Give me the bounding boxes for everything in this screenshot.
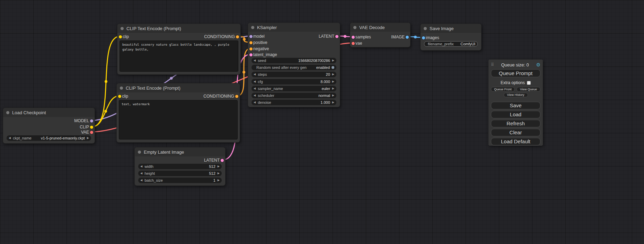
node-empty-latent-image[interactable]: Empty Latent Image LATENT ◀ width 512 ▶ … (134, 147, 226, 186)
widget-filename-prefix[interactable]: filename_prefix ComfyUI (424, 41, 478, 47)
collapse-dot-icon[interactable] (6, 111, 9, 114)
increment-arrow-icon[interactable]: ▶ (218, 178, 220, 183)
collapse-dot-icon[interactable] (138, 151, 141, 154)
decrement-arrow-icon[interactable]: ◀ (140, 164, 142, 169)
output-dot-latent[interactable] (221, 159, 224, 162)
drag-handle-icon[interactable]: ⠿ (491, 62, 494, 67)
node-clip-text-encode-negative[interactable]: CLIP Text Encode (Prompt) clip CONDITION… (116, 83, 240, 143)
main-menu-panel: ⠿ Queue size: 0 ⚙ Queue Prompt Extra opt… (488, 60, 543, 146)
increment-arrow-icon[interactable]: ▶ (332, 93, 334, 98)
node-save-image[interactable]: Save Image images filename_prefix ComfyU… (420, 24, 482, 51)
link-midpoint-dot (105, 80, 107, 83)
output-dot-model[interactable] (90, 119, 93, 123)
output-dot-conditioning[interactable] (236, 35, 239, 38)
collapse-dot-icon[interactable] (121, 27, 124, 30)
extra-options-checkbox[interactable] (527, 81, 531, 85)
decrement-arrow-icon[interactable]: ◀ (254, 58, 256, 63)
node-title-bar[interactable]: Load Checkpoint (3, 108, 95, 117)
increment-arrow-icon[interactable]: ▶ (218, 164, 220, 169)
increment-arrow-icon[interactable]: ▶ (332, 100, 334, 105)
widget-denoise[interactable]: ◀ denoise 1.000 ▶ (252, 100, 336, 105)
toggle-on-icon[interactable] (332, 66, 334, 69)
increment-arrow-icon[interactable]: ▶ (332, 79, 334, 84)
decrement-arrow-icon[interactable]: ◀ (140, 171, 142, 176)
node-ksampler[interactable]: KSampler model positive negative latent_… (248, 22, 340, 107)
widget-ckpt-name[interactable]: ◀ ckpt_name v1-5-pruned-emaonly.ckpt ▶ (7, 135, 91, 141)
widget-value: normal (318, 93, 330, 98)
input-dot-vae[interactable] (352, 42, 355, 45)
widget-steps[interactable]: ◀ steps 20 ▶ (252, 72, 336, 77)
node-title-bar[interactable]: Save Image (421, 24, 481, 33)
increment-arrow-icon[interactable]: ▶ (218, 171, 220, 176)
decrement-arrow-icon[interactable]: ◀ (254, 100, 256, 105)
input-dot-clip[interactable] (119, 35, 122, 38)
node-vae-decode[interactable]: VAE Decode samples vae IMAGE (350, 22, 411, 47)
input-label-images: images (426, 35, 439, 40)
node-title-bar[interactable]: KSampler (248, 23, 340, 32)
view-queue-button[interactable]: View Queue (517, 87, 540, 92)
input-dot-samples[interactable] (352, 36, 355, 39)
output-dot-image[interactable] (406, 36, 409, 39)
save-button[interactable]: Save (491, 102, 540, 109)
queue-front-button[interactable]: Queue Front (491, 87, 515, 92)
output-dot-clip[interactable] (90, 126, 93, 129)
increment-arrow-icon[interactable]: ▶ (332, 58, 334, 63)
node-title-bar[interactable]: Empty Latent Image (135, 147, 225, 156)
collapse-dot-icon[interactable] (424, 27, 427, 30)
prompt-textarea[interactable]: beautiful scenery nature glass bottle la… (120, 40, 238, 72)
decrement-arrow-icon[interactable]: ◀ (254, 79, 256, 84)
queue-prompt-button[interactable]: Queue Prompt (491, 69, 540, 77)
collapse-dot-icon[interactable] (120, 87, 123, 90)
input-dot-positive[interactable] (249, 41, 253, 44)
input-dot-images[interactable] (422, 36, 425, 39)
input-dot-clip[interactable] (118, 95, 121, 98)
input-dot-negative[interactable] (249, 47, 253, 51)
widget-sampler-name[interactable]: ◀ sampler_name euler ▶ (252, 86, 336, 91)
decrement-arrow-icon[interactable]: ◀ (254, 86, 256, 91)
node-title: Empty Latent Image (144, 150, 184, 155)
widget-cfg[interactable]: ◀ cfg 8.000 ▶ (252, 79, 336, 84)
decrement-arrow-icon[interactable]: ◀ (254, 93, 256, 98)
refresh-button[interactable]: Refresh (491, 120, 540, 127)
input-dot-latent-image[interactable] (249, 53, 253, 56)
widget-seed[interactable]: ◀ seed 156680208700286 ▶ (252, 58, 336, 63)
node-load-checkpoint[interactable]: Load Checkpoint MODEL CLIP VAE ◀ ckpt_na… (3, 108, 95, 144)
prompt-textarea[interactable]: text, watermark (119, 100, 238, 139)
output-label-latent: LATENT (204, 158, 220, 163)
widget-random-seed-toggle[interactable]: Random seed after every gen enabled (252, 65, 336, 70)
node-title: Load Checkpoint (12, 110, 46, 115)
collapse-dot-icon[interactable] (353, 26, 356, 29)
widget-height[interactable]: ◀ height 512 ▶ (138, 171, 222, 176)
load-default-button[interactable]: Load Default (491, 138, 540, 145)
widget-batch-size[interactable]: ◀ batch_size 1 ▶ (138, 178, 222, 183)
decrement-arrow-icon[interactable]: ◀ (140, 178, 142, 183)
settings-gear-icon[interactable]: ⚙ (536, 62, 540, 67)
node-clip-text-encode-positive[interactable]: CLIP Text Encode (Prompt) clip CONDITION… (117, 24, 241, 75)
input-dot-model[interactable] (249, 35, 253, 38)
increment-arrow-icon[interactable]: ▶ (332, 86, 334, 91)
decrement-arrow-icon[interactable]: ◀ (9, 135, 11, 141)
increment-arrow-icon[interactable]: ▶ (87, 135, 89, 141)
node-title-bar[interactable]: CLIP Text Encode (Prompt) (117, 24, 240, 33)
widget-width[interactable]: ◀ width 512 ▶ (138, 164, 222, 169)
decrement-arrow-icon[interactable]: ◀ (254, 72, 256, 77)
load-button[interactable]: Load (491, 111, 540, 118)
widget-scheduler[interactable]: ◀ scheduler normal ▶ (252, 93, 336, 98)
clear-button[interactable]: Clear (491, 129, 540, 136)
node-graph-canvas[interactable]: Load Checkpoint MODEL CLIP VAE ◀ ckpt_na… (0, 0, 644, 244)
input-label-clip: clip (123, 34, 129, 39)
node-title-bar[interactable]: VAE Decode (350, 23, 410, 32)
widget-name: height (144, 171, 155, 175)
view-history-button[interactable]: View History (504, 93, 528, 97)
output-dot-conditioning[interactable] (235, 95, 238, 98)
collapse-dot-icon[interactable] (251, 26, 254, 29)
node-title: CLIP Text Encode (Prompt) (126, 85, 180, 91)
output-dot-latent[interactable] (335, 35, 338, 38)
increment-arrow-icon[interactable]: ▶ (332, 72, 334, 77)
output-dot-vae[interactable] (90, 131, 93, 134)
link-midpoint-dot (414, 36, 417, 38)
queue-size-label: Queue size: 0 (494, 62, 536, 67)
output-label-vae: VAE (81, 130, 89, 135)
widget-name: Random seed after every gen (256, 65, 307, 70)
node-title-bar[interactable]: CLIP Text Encode (Prompt) (117, 83, 240, 92)
